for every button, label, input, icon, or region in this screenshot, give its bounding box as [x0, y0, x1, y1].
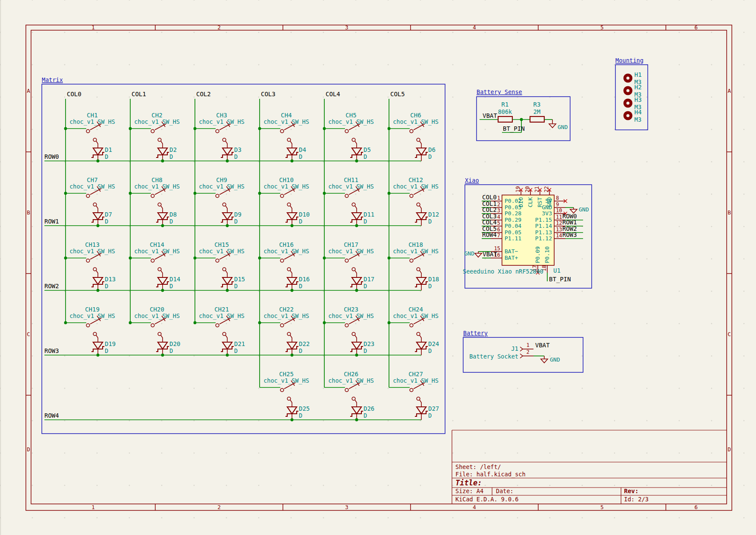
diode-D12[interactable]: D12D — [415, 211, 439, 226]
switch-CH22[interactable]: CH22choc_v1_SW_HS — [264, 306, 309, 342]
xiao-ref[interactable]: U1 — [553, 267, 561, 274]
switch-CH7[interactable]: CH7choc_v1_SW_HS — [69, 176, 115, 213]
diode-D22[interactable]: D22D — [285, 340, 310, 355]
matrix-cell-CH21[interactable]: CH21choc_v1_SW_HSD21D — [194, 306, 245, 356]
switch-CH16[interactable]: CH16choc_v1_SW_HS — [264, 241, 309, 277]
mounting-label[interactable]: Mounting — [615, 57, 643, 64]
switch-CH19[interactable]: CH19choc_v1_SW_HS — [69, 306, 115, 342]
diode-D9[interactable]: D9D — [221, 211, 242, 226]
switch-CH26[interactable]: CH26choc_v1_SW_HS — [328, 371, 374, 407]
diode-D11[interactable]: D11D — [350, 211, 374, 226]
matrix-cell-CH25[interactable]: CH25choc_v1_SW_HSD25D — [264, 371, 310, 421]
switch-CH2[interactable]: CH2choc_v1_SW_HS — [134, 112, 180, 148]
matrix-cell-CH4[interactable]: CH4choc_v1_SW_HSD4D — [258, 112, 309, 162]
resistor-R3[interactable]: R3 2M — [530, 101, 544, 122]
diode-D24[interactable]: D24D — [415, 340, 439, 355]
switch-CH15[interactable]: CH15choc_v1_SW_HS — [199, 241, 245, 277]
switch-CH11[interactable]: CH11choc_v1_SW_HS — [328, 176, 374, 213]
matrix-cell-CH26[interactable]: CH26choc_v1_SW_HSD26D — [328, 371, 374, 421]
switch-CH27[interactable]: CH27choc_v1_SW_HS — [393, 371, 439, 407]
matrix-sheet-label[interactable]: Matrix — [42, 76, 63, 83]
schematic-canvas[interactable]: 112233445566AABBCCDD Matrix COL0COL1COL2… — [0, 0, 756, 535]
switch-CH5[interactable]: CH5choc_v1_SW_HS — [328, 112, 374, 148]
diode-D3[interactable]: D3D — [221, 146, 242, 161]
matrix-cell-CH9[interactable]: CH9choc_v1_SW_HSD9D — [194, 176, 245, 227]
diode-D19[interactable]: D19D — [91, 340, 116, 355]
matrix-cell-CH15[interactable]: CH15choc_v1_SW_HSD15D — [194, 241, 245, 292]
matrix-cell-CH22[interactable]: CH22choc_v1_SW_HSD22D — [258, 306, 310, 356]
diode-D2[interactable]: D2D — [156, 146, 177, 161]
diode-D25[interactable]: D25D — [285, 405, 310, 420]
xiao-label[interactable]: Xiao — [465, 177, 479, 184]
matrix-cell-CH5[interactable]: CH5choc_v1_SW_HSD5D — [323, 112, 374, 162]
battery-sense-sheet[interactable]: Battery Sense VBAT R1 806k BT_PIN R3 2M … — [477, 88, 570, 141]
diode-D15[interactable]: D15D — [221, 276, 245, 290]
diode-D26[interactable]: D26D — [350, 405, 374, 420]
matrix-cell-CH7[interactable]: CH7choc_v1_SW_HSD7D — [64, 176, 115, 227]
switch-CH12[interactable]: CH12choc_v1_SW_HS — [393, 176, 439, 213]
matrix-cell-CH3[interactable]: CH3choc_v1_SW_HSD3D — [194, 112, 245, 162]
matrix-cell-CH16[interactable]: CH16choc_v1_SW_HSD16D — [258, 241, 310, 292]
diode-D18[interactable]: D18D — [415, 276, 439, 290]
mounting-sheet[interactable]: Mounting H1M3H2M3H3M3H4M3 — [615, 57, 648, 130]
diode-D23[interactable]: D23D — [350, 340, 374, 355]
diode-D14[interactable]: D14D — [156, 276, 180, 290]
switch-CH24[interactable]: CH24choc_v1_SW_HS — [393, 306, 439, 342]
matrix-cell-CH13[interactable]: CH13choc_v1_SW_HSD13D — [64, 241, 116, 292]
diode-D10[interactable]: D10D — [285, 211, 310, 226]
switch-CH6[interactable]: CH6choc_v1_SW_HS — [393, 112, 439, 148]
battery-sheet[interactable]: Battery J1 Battery Socket 1 2 VBAT GND — [463, 330, 583, 372]
connector-J1[interactable]: J1 Battery Socket 1 2 — [469, 342, 533, 360]
switch-CH4[interactable]: CH4choc_v1_SW_HS — [264, 112, 309, 148]
resistor-R1[interactable]: R1 806k — [498, 101, 512, 122]
matrix-sheet-box[interactable] — [42, 84, 445, 434]
diode-D5[interactable]: D5D — [350, 146, 371, 161]
matrix-cell-CH24[interactable]: CH24choc_v1_SW_HSD24D — [388, 306, 439, 355]
switch-CH8[interactable]: CH8choc_v1_SW_HS — [134, 176, 180, 213]
net-label-vbat[interactable]: VBAT — [535, 342, 550, 349]
battery-sense-label[interactable]: Battery Sense — [477, 88, 522, 95]
switch-CH9[interactable]: CH9choc_v1_SW_HS — [199, 176, 245, 213]
switch-CH20[interactable]: CH20choc_v1_SW_HS — [134, 306, 180, 342]
matrix-cell-CH20[interactable]: CH20choc_v1_SW_HSD20D — [129, 306, 181, 356]
mounting-hole-H4[interactable]: H4M3 — [624, 109, 642, 123]
matrix-cell-CH10[interactable]: CH10choc_v1_SW_HSD10D — [258, 176, 310, 227]
diode-D8[interactable]: D8D — [156, 211, 177, 226]
matrix-sheet[interactable]: Matrix COL0COL1COL2COL3COL4COL5ROW0ROW1R… — [42, 76, 445, 434]
switch-CH21[interactable]: CH21choc_v1_SW_HS — [199, 306, 245, 342]
diode-D17[interactable]: D17D — [350, 276, 374, 290]
diode-D13[interactable]: D13D — [91, 276, 116, 290]
matrix-cell-CH17[interactable]: CH17choc_v1_SW_HSD17D — [323, 241, 375, 292]
xiao-sheet[interactable]: Xiao 1P0.02COL02P0.03COL13P0.28COL24P0.2… — [463, 177, 592, 288]
switch-CH10[interactable]: CH10choc_v1_SW_HS — [264, 176, 309, 213]
diode-D21[interactable]: D21D — [221, 340, 245, 355]
net-label-vbat[interactable]: VBAT — [483, 112, 497, 119]
gnd-symbol[interactable]: GND — [541, 356, 560, 363]
switch-CH1[interactable]: CH1choc_v1_SW_HS — [69, 112, 115, 148]
diode-D27[interactable]: D27D — [415, 405, 439, 420]
matrix-cell-CH6[interactable]: CH6choc_v1_SW_HSD6D — [388, 112, 439, 161]
matrix-cell-CH8[interactable]: CH8choc_v1_SW_HSD8D — [129, 176, 180, 227]
matrix-cell-CH12[interactable]: CH12choc_v1_SW_HSD12D — [388, 176, 439, 226]
matrix-cell-CH18[interactable]: CH18choc_v1_SW_HSD18D — [388, 241, 439, 290]
battery-label[interactable]: Battery — [463, 330, 488, 337]
gnd-symbol[interactable]: GND — [549, 120, 568, 130]
diode-D6[interactable]: D6D — [415, 146, 436, 161]
xiao-value[interactable]: Seeeduino Xiao nRF52840 — [463, 268, 543, 275]
mounting-box[interactable] — [615, 65, 648, 130]
switch-CH18[interactable]: CH18choc_v1_SW_HS — [393, 241, 439, 277]
matrix-cell-CH2[interactable]: CH2choc_v1_SW_HSD2D — [129, 112, 180, 162]
matrix-cell-CH11[interactable]: CH11choc_v1_SW_HSD11D — [323, 176, 375, 227]
switch-CH17[interactable]: CH17choc_v1_SW_HS — [328, 241, 374, 277]
matrix-cell-CH19[interactable]: CH19choc_v1_SW_HSD19D — [64, 306, 116, 356]
diode-D20[interactable]: D20D — [156, 340, 180, 355]
matrix-cell-CH27[interactable]: CH27choc_v1_SW_HSD27D — [393, 371, 439, 420]
switch-CH14[interactable]: CH14choc_v1_SW_HS — [134, 241, 180, 277]
diode-D1[interactable]: D1D — [91, 146, 112, 161]
matrix-cell-CH14[interactable]: CH14choc_v1_SW_HSD14D — [129, 241, 181, 292]
diode-D7[interactable]: D7D — [91, 211, 112, 226]
switch-CH23[interactable]: CH23choc_v1_SW_HS — [328, 306, 374, 342]
net-label-btpin[interactable]: BT_PIN — [503, 125, 525, 132]
matrix-cell-CH23[interactable]: CH23choc_v1_SW_HSD23D — [323, 306, 375, 356]
switch-CH13[interactable]: CH13choc_v1_SW_HS — [69, 241, 115, 277]
